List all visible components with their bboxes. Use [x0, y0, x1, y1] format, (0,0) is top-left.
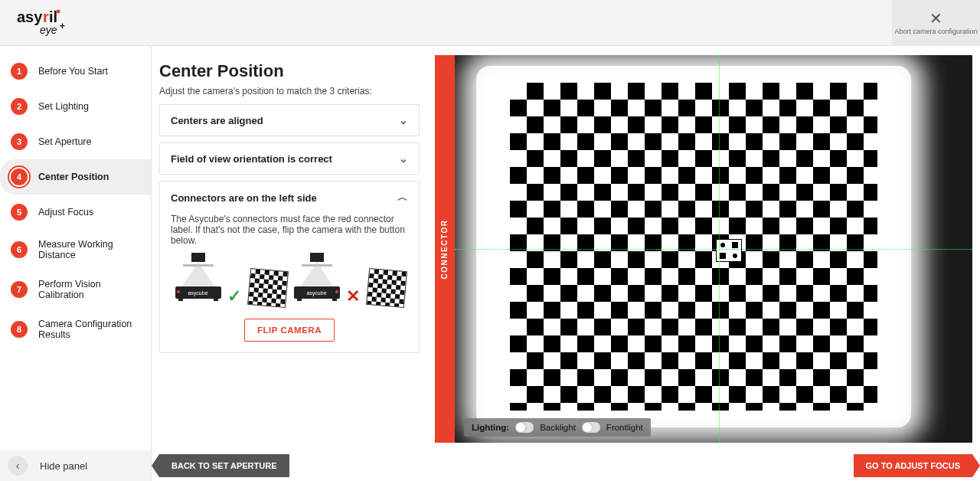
footer-left: ‹ Hide panel — [0, 450, 152, 481]
sidebar-step-camera-configuration-results[interactable]: 8 Camera Configuration Results — [0, 309, 151, 349]
step-label: Set Aperture — [38, 136, 92, 147]
diagram-incorrect: asycube ✕ — [292, 255, 406, 306]
checkmark-icon: ✓ — [227, 286, 241, 306]
step-label: Measure Working Distance — [38, 239, 140, 260]
accordion-title: Field of view orientation is correct — [171, 153, 332, 165]
step-number-badge: 7 — [11, 281, 28, 298]
svg-text:+: + — [60, 21, 65, 31]
accordion-field-of-view: Field of view orientation is correct ⌄ — [159, 142, 420, 175]
accordion-connectors-left: Connectors are on the left side ︿ The As… — [159, 181, 420, 353]
chevron-left-icon: ‹ — [16, 460, 20, 472]
asycube-illustration: asycube — [174, 255, 223, 306]
svg-point-3 — [57, 9, 60, 13]
lighting-label: Lighting: — [472, 423, 509, 432]
step-number-badge: 5 — [11, 204, 28, 221]
chevron-down-icon: ⌄ — [399, 152, 408, 165]
connector-label-strip: CONNECTOR — [435, 55, 455, 443]
sidebar-step-center-position[interactable]: 4 Center Position — [0, 159, 151, 195]
back-button[interactable]: BACK TO SET APERTURE — [159, 454, 289, 477]
camera-live-view: Lighting: Backlight Frontlight — [455, 55, 972, 443]
svg-text:eye: eye — [40, 24, 57, 36]
hide-panel-label: Hide panel — [40, 460, 87, 472]
checker-mini-icon — [247, 268, 289, 308]
connector-label: CONNECTOR — [441, 219, 449, 279]
accordion-header[interactable]: Field of view orientation is correct ⌄ — [160, 143, 419, 174]
fiducial-marker — [716, 239, 742, 262]
instructions-panel: Center Position Adjust the camera's posi… — [152, 46, 427, 450]
svg-text:asy: asy — [17, 8, 43, 25]
accordion-centers-aligned: Centers are aligned ⌄ — [159, 104, 420, 136]
backlight-toggle[interactable] — [515, 422, 534, 433]
step-number-badge: 8 — [11, 321, 28, 338]
chevron-down-icon: ⌄ — [399, 114, 408, 126]
wizard-sidebar: 1 Before You Start 2 Set Lighting 3 Set … — [0, 46, 152, 450]
step-label: Camera Configuration Results — [38, 319, 140, 340]
sidebar-step-measure-working-distance[interactable]: 6 Measure Working Distance — [0, 230, 151, 270]
hide-panel-button[interactable]: ‹ — [8, 456, 28, 476]
step-label: Set Lighting — [38, 101, 89, 112]
step-number-badge: 4 — [11, 169, 28, 185]
svg-text:il: il — [49, 8, 57, 25]
sidebar-step-before-you-start[interactable]: 1 Before You Start — [0, 54, 151, 89]
asyril-logo-icon: asy r il eye + — [17, 8, 81, 38]
chevron-up-icon: ︿ — [397, 191, 408, 205]
abort-configuration-button[interactable]: ✕ Abort camera configuration — [892, 0, 980, 46]
forward-button[interactable]: GO TO ADJUST FOCUS — [854, 454, 972, 477]
page-subtitle: Adjust the camera's position to match th… — [159, 86, 420, 97]
close-icon: ✕ — [929, 11, 942, 26]
diagram-correct: asycube ✓ — [174, 255, 287, 306]
cross-icon: ✕ — [346, 286, 360, 306]
checker-pattern — [510, 83, 877, 411]
accordion-description: The Asycube's connectors must face the r… — [171, 214, 408, 246]
accordion-header[interactable]: Centers are aligned ⌄ — [160, 105, 419, 136]
sidebar-step-set-lighting[interactable]: 2 Set Lighting — [0, 89, 151, 124]
camera-preview-pane: CONNECTOR Lighting: Backlight Frontlight — [435, 55, 972, 443]
sidebar-step-set-aperture[interactable]: 3 Set Aperture — [0, 124, 151, 159]
step-label: Before You Start — [38, 66, 108, 77]
accordion-title: Connectors are on the left side — [171, 192, 317, 204]
step-label: Center Position — [38, 172, 109, 182]
crosshair-horizontal — [455, 249, 972, 250]
step-label: Adjust Focus — [38, 207, 93, 218]
accordion-body: The Asycube's connectors must face the r… — [160, 214, 419, 352]
sidebar-step-adjust-focus[interactable]: 5 Adjust Focus — [0, 195, 151, 230]
app-header: asy r il eye + ✕ Abort camera configurat… — [0, 0, 980, 46]
diagram-row: asycube ✓ asycube ✕ — [171, 255, 408, 306]
step-number-badge: 2 — [11, 98, 28, 115]
step-number-badge: 3 — [11, 133, 28, 150]
step-number-badge: 6 — [11, 241, 28, 258]
accordion-header[interactable]: Connectors are on the left side ︿ — [160, 182, 419, 214]
step-label: Perform Vision Calibration — [38, 279, 140, 300]
sidebar-step-perform-vision-calibration[interactable]: 7 Perform Vision Calibration — [0, 270, 151, 309]
asycube-illustration: asycube — [292, 255, 341, 306]
lighting-controls: Lighting: Backlight Frontlight — [464, 418, 651, 437]
brand-logo: asy r il eye + — [17, 8, 81, 38]
accordion-title: Centers are aligned — [171, 115, 263, 126]
backlight-label: Backlight — [540, 423, 576, 432]
flip-camera-button[interactable]: FLIP CAMERA — [244, 319, 335, 342]
frontlight-label: Frontlight — [606, 423, 643, 432]
checker-mini-icon — [366, 268, 407, 308]
abort-label: Abort camera configuration — [894, 28, 977, 35]
step-number-badge: 1 — [11, 63, 28, 80]
page-title: Center Position — [159, 61, 420, 81]
footer-bar: ‹ Hide panel BACK TO SET APERTURE GO TO … — [0, 450, 980, 481]
frontlight-toggle[interactable] — [582, 422, 600, 433]
svg-text:r: r — [43, 8, 49, 25]
